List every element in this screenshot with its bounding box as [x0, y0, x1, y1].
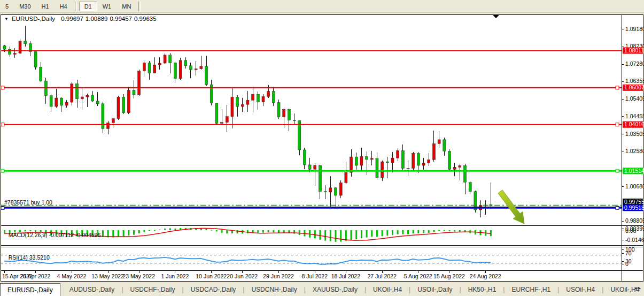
tf-button-m5[interactable]: 5: [0, 2, 14, 11]
macd-hist-bar: [382, 230, 383, 236]
candle-body: [469, 182, 471, 191]
symbol-tab-eurchf-h1[interactable]: EURCHF-,H1: [505, 283, 557, 296]
candle-body: [86, 95, 89, 97]
symbol-tab-usdchf-daily[interactable]: USDCHF-,Daily: [123, 283, 182, 296]
tab-scroll-arrows[interactable]: ◂▸: [634, 285, 642, 291]
tf-button-w1[interactable]: W1: [97, 2, 117, 11]
hline-price-label: 1.06007: [624, 84, 644, 90]
candle-body: [184, 60, 187, 66]
symbol-tab-audusd-daily[interactable]: AUDUSD-,Daily: [63, 283, 122, 296]
candle-body: [401, 150, 404, 168]
price-tick-label: 1.00680: [625, 183, 644, 189]
line-handle[interactable]: [1, 169, 4, 172]
hline-price-label: 1.08011: [624, 47, 644, 54]
macd-hist-bar: [273, 230, 274, 232]
macd-hist-bar: [438, 230, 440, 231]
symbol-name: EURUSD-,Daily: [12, 16, 55, 22]
macd-axis-label: 0.00: [625, 227, 637, 234]
date-tick-label: 1 Jun 2022: [161, 273, 189, 279]
rsi-name: RSI(14): [9, 254, 28, 261]
candle-body: [246, 100, 249, 104]
tf-button-h1[interactable]: H1: [36, 2, 55, 11]
candle-body: [345, 172, 347, 183]
candle-body: [293, 120, 296, 121]
candle-body: [241, 104, 244, 107]
macd-hist-bar: [247, 230, 249, 233]
collapse-triangle-icon[interactable]: ▼: [4, 17, 9, 21]
tf-button-d1[interactable]: D1: [79, 2, 97, 11]
macd-hist-bar: [262, 230, 264, 233]
candle-body: [453, 167, 456, 169]
symbol-tab-eurusd-daily[interactable]: EURUSD-,Daily: [0, 283, 60, 296]
symbol-tab-hk50-h1[interactable]: HK50-,H1: [461, 283, 503, 296]
candle-body: [319, 165, 321, 192]
macd-hist-bar: [335, 230, 337, 242]
candle-body: [448, 151, 451, 169]
candle-body: [459, 165, 461, 167]
price-chart-canvas[interactable]: 1.091801.082301.072801.063551.054051.044…: [0, 13, 644, 296]
candle-body: [391, 158, 394, 163]
macd-hist-bar: [386, 230, 388, 236]
symbol-tab-bar: EURUSD-,DailyAUDUSD-,Daily|USDCHF-,Daily…: [0, 283, 644, 296]
macd-hist-bar: [268, 230, 269, 232]
candle-body: [158, 63, 161, 65]
candle-body: [397, 150, 399, 158]
tab-scroll-right-icon[interactable]: ▸: [638, 285, 642, 291]
candle-body: [314, 165, 316, 169]
line-handle[interactable]: [1, 123, 4, 126]
candle-body: [96, 101, 99, 104]
tf-button-m30[interactable]: M30: [14, 2, 36, 11]
candle-body: [189, 66, 192, 70]
candle-body: [360, 156, 363, 165]
price-tick-label: 1.09180: [625, 26, 644, 32]
macd-hist-bar: [324, 230, 326, 241]
symbol-tab-usdcnh-daily[interactable]: USDCNH-,Daily: [244, 283, 304, 296]
candle-body: [50, 96, 52, 107]
rsi-value: 33.5210: [29, 254, 50, 261]
hline-price-label: 1.04016: [624, 121, 644, 127]
line-handle[interactable]: [1, 86, 4, 89]
candle-body: [112, 118, 114, 123]
chart-title: ▼ EURUSD-,Daily 0.99697 1.00889 0.99457 …: [4, 16, 157, 22]
candle-body: [122, 97, 125, 113]
candle-body: [44, 81, 47, 95]
macd-axis-label: -0.01469: [625, 237, 644, 243]
line-handle[interactable]: [616, 123, 619, 126]
macd-hist-bar: [330, 230, 331, 241]
symbol-tab-usoil-daily[interactable]: USOil-,Daily: [410, 283, 459, 296]
macd-signal-value: -0.004596: [75, 232, 100, 238]
line-handle[interactable]: [616, 169, 619, 172]
macd-hist-bar: [459, 230, 461, 232]
candle-body: [24, 41, 27, 44]
date-tick-label: 8 Jul 2022: [302, 273, 328, 279]
macd-hist-bar: [159, 230, 160, 230]
candle-body: [277, 103, 280, 117]
tf-button-mn[interactable]: MN: [117, 2, 136, 11]
line-handle[interactable]: [616, 86, 619, 89]
tf-button-h4[interactable]: H4: [55, 2, 73, 11]
candle-body: [138, 71, 141, 95]
candle-body: [272, 92, 275, 103]
candle-body: [464, 165, 467, 182]
symbol-tab-xauusd-daily[interactable]: XAUUSD-,Daily: [306, 283, 364, 296]
candle-body: [91, 95, 94, 101]
macd-hist-bar: [138, 230, 140, 233]
macd-hist-bar: [299, 230, 300, 235]
symbol-tab-usdcad-daily[interactable]: USDCAD-,Daily: [184, 283, 243, 296]
macd-hist-bar: [402, 230, 404, 234]
candle-body: [19, 41, 21, 54]
ohlc-low: 0.99457: [110, 16, 132, 22]
candle-body: [221, 123, 223, 124]
symbol-tab-ukoil-h4[interactable]: UKOil-,H4: [366, 283, 409, 296]
macd-hist-bar: [392, 230, 393, 235]
ohlc-high: 1.00889: [86, 16, 108, 22]
macd-hist-bar: [361, 230, 362, 238]
chart-window[interactable]: 1.091801.082301.072801.063551.054051.044…: [0, 13, 644, 296]
symbol-tab-usoil-h4[interactable]: USOil-,H4: [559, 283, 602, 296]
macd-hist-bar: [206, 229, 207, 230]
macd-hist-bar: [444, 230, 445, 231]
macd-indicator-label: MACD(12,26,9) -0.007112 -0.004596: [2, 225, 100, 245]
candle-body: [60, 98, 63, 105]
macd-hist-bar: [371, 230, 373, 237]
candle-body: [236, 97, 239, 107]
